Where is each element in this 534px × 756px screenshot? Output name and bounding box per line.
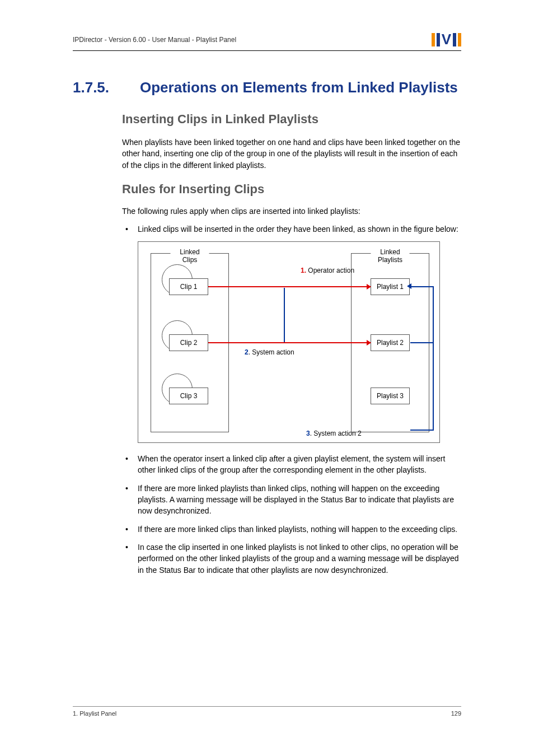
clip3-node: Clip 3 bbox=[169, 388, 208, 404]
bullet-figure-intro: Linked clips will be inserted in the ord… bbox=[122, 223, 461, 235]
page-header: IPDirector - Version 6.00 - User Manual … bbox=[73, 31, 461, 51]
footer-left: 1. Playlist Panel bbox=[73, 710, 116, 717]
bullet-rule-4: In case the clip inserted in one linked … bbox=[122, 542, 461, 576]
clip1-node: Clip 1 bbox=[169, 278, 208, 295]
section-number: 1.7.5. bbox=[73, 79, 118, 96]
linked-clips-label: Linked Clips bbox=[171, 248, 209, 264]
bullet-rule-2: If there are more linked playlists than … bbox=[122, 483, 461, 517]
operator-arrow bbox=[208, 286, 371, 287]
logo-bar-orange-2 bbox=[458, 33, 461, 46]
section-title: Operations on Elements from Linked Playl… bbox=[140, 79, 458, 96]
caption-system1: 2. System action bbox=[245, 348, 294, 356]
playlist1-node: Playlist 1 bbox=[371, 278, 410, 295]
subheading-rules: Rules for Inserting Clips bbox=[122, 182, 461, 197]
page-footer: 1. Playlist Panel 129 bbox=[73, 706, 461, 717]
logo-bar-orange bbox=[432, 33, 435, 46]
evs-logo: V bbox=[432, 31, 461, 48]
rules-intro: The following rules apply when clips are… bbox=[122, 207, 461, 216]
logo-bar-blue-1 bbox=[437, 33, 440, 46]
header-text: IPDirector - Version 6.00 - User Manual … bbox=[73, 36, 236, 44]
playlist3-node: Playlist 3 bbox=[371, 388, 410, 404]
feedback-arrowhead bbox=[407, 283, 411, 289]
paragraph-intro: When playlists have been linked together… bbox=[122, 137, 461, 171]
diagram-container: Linked Clips Linked Playlists Clip 1 Cli… bbox=[122, 241, 461, 443]
feedback-side-line bbox=[433, 286, 434, 431]
playlist2-node: Playlist 2 bbox=[371, 334, 410, 351]
caption-operator: 1. Operator action bbox=[301, 267, 354, 274]
feedback-line-2 bbox=[410, 342, 434, 343]
feedback-line-1 bbox=[410, 286, 434, 287]
logo-v: V bbox=[442, 31, 451, 48]
footer-page-number: 129 bbox=[451, 710, 461, 717]
system-branch-line bbox=[284, 288, 285, 343]
bullet-rule-1: When the operator insert a linked clip a… bbox=[122, 453, 461, 476]
linked-playlists-label: Linked Playlists bbox=[371, 248, 410, 264]
linked-diagram: Linked Clips Linked Playlists Clip 1 Cli… bbox=[138, 241, 440, 443]
caption-system2: 3. System action 2 bbox=[306, 430, 362, 437]
subheading-inserting: Inserting Clips in Linked Playlists bbox=[122, 112, 461, 127]
clip2-node: Clip 2 bbox=[169, 334, 208, 351]
bullet-rule-3: If there are more linked clips than link… bbox=[122, 524, 461, 535]
section-heading: 1.7.5. Operations on Elements from Linke… bbox=[73, 79, 461, 96]
logo-bar-blue-2 bbox=[453, 33, 456, 46]
system-arrow-1 bbox=[208, 342, 371, 343]
feedback-line-3 bbox=[410, 430, 434, 431]
